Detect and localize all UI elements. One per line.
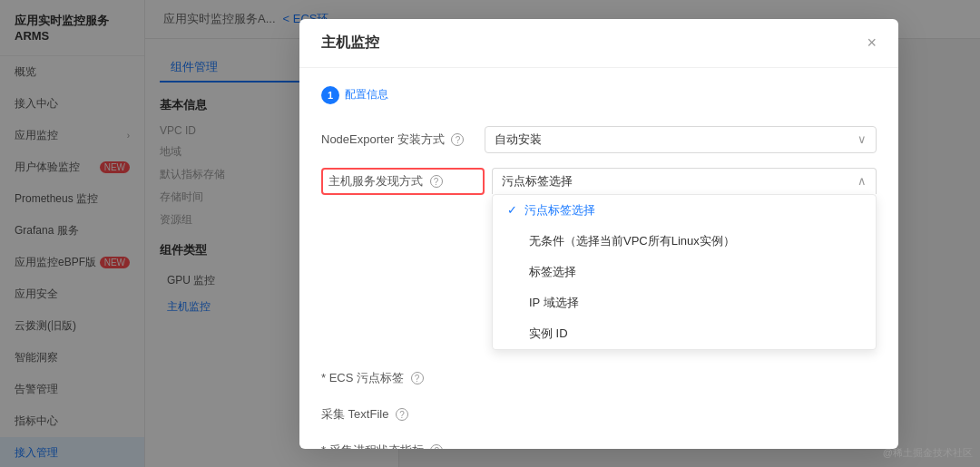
discovery-method-label: 主机服务发现方式 ? <box>321 168 485 195</box>
steps-bar: 1 配置信息 <box>321 86 877 104</box>
modal-close-button[interactable]: × <box>867 34 877 53</box>
dropdown-item-taint-label[interactable]: ✓ 污点标签选择 <box>493 195 876 226</box>
discovery-method-select-wrapper: 污点标签选择 ∧ ✓ 污点标签选择 无条件（选择当前VPC所有Linux实例） … <box>492 168 877 350</box>
host-monitor-modal: 主机监控 × 1 配置信息 NodeExporter 安装方式 ? 自动安装 ∨ <box>299 19 898 449</box>
node-exporter-help-icon[interactable]: ? <box>451 133 464 146</box>
modal-title: 主机监控 <box>321 34 379 53</box>
check-icon: ✓ <box>507 203 517 217</box>
node-exporter-chevron-icon: ∨ <box>858 132 867 146</box>
step-1-dot: 1 <box>321 86 339 104</box>
collect-process-label: * 采集进程状态指标 ? <box>321 437 485 449</box>
collect-textfile-label: 采集 TextFile ? <box>321 401 485 423</box>
node-exporter-row: NodeExporter 安装方式 ? 自动安装 ∨ <box>321 126 877 153</box>
node-exporter-select[interactable]: 自动安装 ∨ <box>485 126 877 153</box>
dropdown-item-instance-id[interactable]: 实例 ID <box>493 318 876 349</box>
discovery-chevron-icon: ∧ <box>858 174 867 188</box>
dropdown-item-label-select[interactable]: 标签选择 <box>493 257 876 287</box>
ecs-tags-help-icon[interactable]: ? <box>411 372 424 384</box>
discovery-method-help-icon[interactable]: ? <box>430 175 443 188</box>
node-exporter-label: NodeExporter 安装方式 ? <box>321 126 485 148</box>
collect-process-row: * 采集进程状态指标 ? <box>321 437 877 449</box>
step-1-label: 配置信息 <box>345 87 388 102</box>
discovery-method-select[interactable]: 污点标签选择 ∧ <box>492 168 877 194</box>
discovery-dropdown: ✓ 污点标签选择 无条件（选择当前VPC所有Linux实例） 标签选择 IP 域… <box>492 194 877 350</box>
collect-textfile-help-icon[interactable]: ? <box>396 408 408 421</box>
modal-body: 1 配置信息 NodeExporter 安装方式 ? 自动安装 ∨ 主机服务发现… <box>299 68 898 449</box>
dropdown-item-ip-range[interactable]: IP 域选择 <box>493 287 876 318</box>
modal-header: 主机监控 × <box>299 19 898 68</box>
discovery-method-row: 主机服务发现方式 ? 污点标签选择 ∧ ✓ 污点标签选择 无条件（选择当前VPC… <box>321 168 877 350</box>
watermark: @稀土掘金技术社区 <box>883 446 973 460</box>
collect-textfile-row: 采集 TextFile ? <box>321 401 877 423</box>
dropdown-item-no-condition[interactable]: 无条件（选择当前VPC所有Linux实例） <box>493 226 876 257</box>
collect-process-help-icon[interactable]: ? <box>430 444 443 449</box>
node-exporter-select-wrapper: 自动安装 ∨ <box>485 126 877 153</box>
ecs-tags-row: * ECS 污点标签 ? <box>321 365 877 386</box>
ecs-tags-label: * ECS 污点标签 ? <box>321 365 485 386</box>
